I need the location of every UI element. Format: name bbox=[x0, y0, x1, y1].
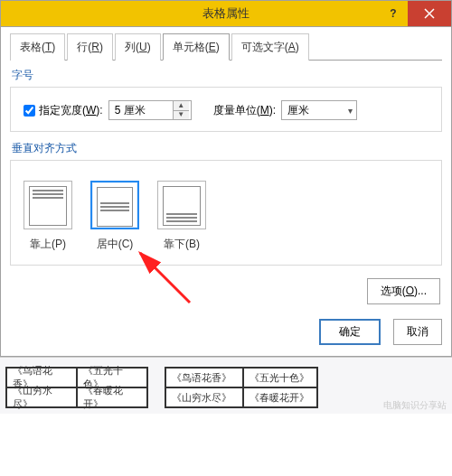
valign-center-label: 居中(C) bbox=[90, 237, 139, 252]
tab-alt-text[interactable]: 可选文字(A) bbox=[231, 33, 309, 61]
size-group-label: 字号 bbox=[12, 68, 442, 83]
specify-width-checkbox[interactable] bbox=[24, 105, 35, 117]
table-cell: 《春暖花开》 bbox=[77, 387, 147, 407]
dialog-title: 表格属性 bbox=[202, 5, 250, 22]
tab-table[interactable]: 表格(T) bbox=[10, 33, 65, 61]
cancel-button[interactable]: 取消 bbox=[393, 319, 442, 345]
valign-top-label: 靠上(P) bbox=[24, 237, 72, 252]
preview-table-left: 《鸟语花香》 《五光十色》 《山穷水尽》 《春暖花开》 bbox=[5, 367, 148, 408]
watermark: 电脑知识分享站 bbox=[383, 399, 447, 412]
table-cell: 《山穷水尽》 bbox=[6, 387, 77, 407]
table-cell: 《山穷水尽》 bbox=[165, 387, 243, 407]
width-input[interactable] bbox=[109, 101, 173, 119]
valign-group: 靠上(P) 居中(C) 靠下(B) bbox=[10, 160, 442, 266]
measure-unit-select[interactable]: 厘米 ▾ bbox=[281, 100, 357, 120]
valign-bottom-label: 靠下(B) bbox=[157, 237, 206, 252]
valign-center-icon bbox=[90, 181, 139, 229]
table-cell: 《鸟语花香》 bbox=[165, 368, 243, 387]
size-group: 指定宽度(W): ▲ ▼ 度量单位(M): 厘米 ▾ bbox=[10, 87, 442, 132]
chevron-down-icon: ▾ bbox=[348, 106, 353, 116]
table-cell: 《春暖花开》 bbox=[243, 387, 317, 407]
valign-top-option[interactable]: 靠上(P) bbox=[24, 181, 72, 252]
valign-top-icon bbox=[24, 181, 72, 229]
width-spinner[interactable]: ▲ ▼ bbox=[108, 100, 192, 120]
tab-column[interactable]: 列(U) bbox=[115, 33, 161, 61]
specify-width-label: 指定宽度(W): bbox=[39, 103, 103, 118]
preview-table-right: 《鸟语花香》 《山穷水尽》 《五光十色》 《春暖花开》 bbox=[165, 367, 318, 408]
valign-bottom-icon bbox=[157, 181, 206, 229]
options-button[interactable]: 选项(O)... bbox=[367, 278, 440, 304]
valign-center-option[interactable]: 居中(C) bbox=[90, 181, 139, 252]
measure-unit-label: 度量单位(M): bbox=[213, 103, 276, 118]
spin-down-icon[interactable]: ▼ bbox=[174, 111, 189, 120]
valign-bottom-option[interactable]: 靠下(B) bbox=[157, 181, 206, 252]
help-button[interactable]: ? bbox=[379, 1, 408, 26]
valign-group-label: 垂直对齐方式 bbox=[12, 141, 442, 156]
table-cell: 《五光十色》 bbox=[243, 368, 317, 387]
dialog-body: 表格(T) 行(R) 列(U) 单元格(E) 可选文字(A) 字号 指定宽度(W… bbox=[0, 27, 452, 357]
titlebar: 表格属性 ? bbox=[0, 0, 452, 27]
tab-strip: 表格(T) 行(R) 列(U) 单元格(E) 可选文字(A) bbox=[10, 33, 442, 61]
tab-row[interactable]: 行(R) bbox=[67, 33, 113, 61]
tab-cell[interactable]: 单元格(E) bbox=[163, 33, 230, 61]
ok-button[interactable]: 确定 bbox=[319, 319, 381, 345]
measure-unit-value: 厘米 bbox=[287, 103, 309, 118]
close-button[interactable] bbox=[408, 1, 451, 26]
close-icon bbox=[424, 8, 435, 19]
spin-up-icon[interactable]: ▲ bbox=[174, 101, 189, 111]
